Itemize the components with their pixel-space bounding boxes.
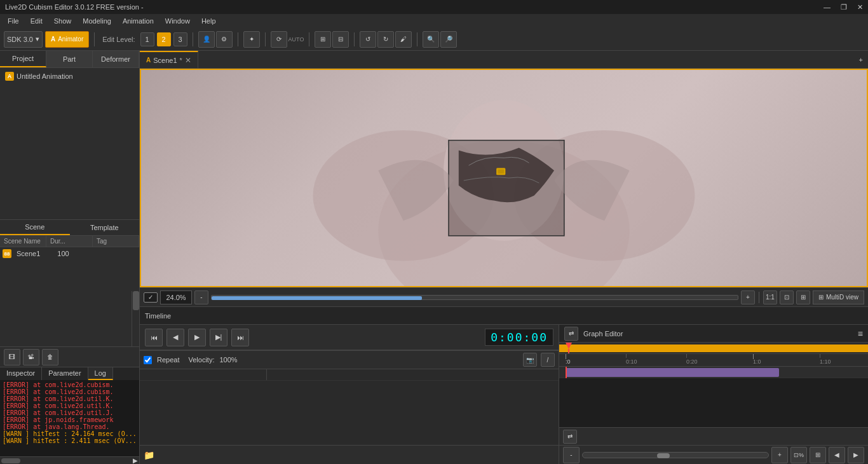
left-panel: Project Part Deformer A Untitled Animati…: [0, 51, 140, 464]
graph-next-button[interactable]: ▶: [848, 447, 864, 463]
log-entry-2: [ERROR] at com.live2d.util.K.: [3, 395, 137, 402]
camera-record-button[interactable]: 📷: [523, 353, 537, 367]
graph-horizontal-scrollbar[interactable]: [582, 452, 769, 458]
menu-modeling[interactable]: Modeling: [78, 16, 116, 26]
animator-button[interactable]: A Animator: [45, 31, 89, 48]
tab-project[interactable]: Project: [0, 51, 46, 67]
graph-prev-button[interactable]: ◀: [829, 447, 845, 463]
film2-icon-btn[interactable]: 📽: [23, 349, 39, 365]
viewport-sep-1: [759, 292, 759, 303]
ruler-tick-0: [566, 354, 566, 359]
prev-frame-button[interactable]: ◀: [166, 329, 184, 346]
timecode-display: 0:00:00: [485, 329, 553, 346]
minimize-button[interactable]: —: [824, 3, 831, 11]
timeline-area: Timeline ⏮ ◀ ▶ ▶| ⏭ 0:00:00: [140, 306, 868, 464]
menu-file[interactable]: File: [3, 16, 24, 26]
scene-vscrollbar[interactable]: [132, 291, 139, 346]
col-duration: Dur...: [46, 236, 93, 247]
ruler-mark-4: 1:10: [820, 358, 831, 365]
graph-area: :0 0:10 0:20 1:0 1:10 1:20 2:0: [559, 343, 868, 427]
edit-level-2-button[interactable]: 2: [157, 32, 171, 46]
viewport-area: [140, 69, 868, 287]
viewport-checkbox[interactable]: ✓: [144, 292, 158, 303]
scene-tag-cell: [96, 252, 137, 255]
viewport-tab-icon: A: [146, 57, 151, 64]
delete-icon-btn[interactable]: 🗑: [42, 349, 58, 365]
scene-template-tabs: Scene Template: [0, 220, 139, 236]
aspect-ratio-button[interactable]: 1:1: [763, 290, 777, 304]
viewport-add-tab-button[interactable]: +: [854, 51, 868, 68]
bottom-panel-tabs: Inspector Parameter Log: [0, 367, 139, 380]
log-hscrollbar[interactable]: ▶: [0, 456, 139, 464]
menu-edit[interactable]: Edit: [25, 16, 48, 26]
toolbar-separator-2: [193, 32, 193, 46]
graph-fit-button[interactable]: ⊡%: [790, 447, 807, 463]
multiview-button[interactable]: ⊞ MultiD view: [813, 290, 864, 304]
tab-scene[interactable]: Scene: [0, 220, 70, 235]
edit-level-label: Edit Level:: [102, 36, 135, 43]
goto-start-button[interactable]: ⏮: [145, 329, 163, 346]
graph-zoom-out-button[interactable]: -: [563, 447, 580, 463]
toolbar-group-6: 🔍 🔎: [423, 31, 457, 48]
next-frame-button[interactable]: ▶|: [210, 329, 227, 346]
grid-icon-btn[interactable]: ⊞: [315, 31, 331, 48]
log-scroll-right-arrow[interactable]: ▶: [133, 457, 138, 464]
tab-log[interactable]: Log: [88, 367, 113, 380]
person-icon-btn[interactable]: 👤: [198, 31, 215, 48]
tab-inspector[interactable]: Inspector: [0, 367, 42, 380]
repeat-label: Repeat: [157, 356, 179, 364]
animator-icon: A: [51, 36, 55, 43]
edit-level-3-button[interactable]: 3: [173, 32, 187, 46]
transform-icon-btn[interactable]: ✦: [243, 31, 260, 48]
menu-animation[interactable]: Animation: [118, 16, 159, 26]
zoom-out-button[interactable]: -: [194, 290, 208, 304]
tab-part[interactable]: Part: [46, 51, 93, 67]
restore-button[interactable]: ❐: [841, 3, 847, 11]
toolbar-separator-1: [94, 32, 95, 46]
grid2-icon-btn[interactable]: ⊟: [332, 31, 349, 48]
goto-end-button[interactable]: ⏭: [231, 329, 249, 346]
folder-button[interactable]: 📁: [144, 450, 154, 460]
tab-close-button[interactable]: ✕: [185, 56, 191, 65]
menu-window[interactable]: Window: [160, 16, 195, 26]
redo-icon-btn[interactable]: ↻: [377, 31, 394, 48]
search-icon-btn[interactable]: 🔍: [423, 31, 439, 48]
tab-template[interactable]: Template: [70, 220, 140, 235]
scene-scroll-thumb: [133, 291, 139, 310]
model-background: [141, 70, 867, 286]
edit-level-1-button[interactable]: 1: [140, 32, 154, 46]
zoom-in-button[interactable]: +: [741, 290, 755, 304]
zoom-input[interactable]: [160, 290, 192, 304]
close-button[interactable]: ✕: [857, 3, 863, 11]
fit-button[interactable]: ⊡: [780, 290, 794, 304]
play-button[interactable]: ▶: [188, 329, 206, 346]
graph-menu-button[interactable]: ≡: [858, 329, 863, 339]
center-right-area: A Scene1 * ✕ +: [140, 51, 868, 464]
zoom-slider[interactable]: [211, 295, 738, 300]
search2-icon-btn[interactable]: 🔎: [440, 31, 457, 48]
repeat-checkbox[interactable]: [144, 356, 152, 364]
graph-arrows2-button[interactable]: ⇄: [563, 430, 577, 444]
graph-arrows-button[interactable]: ⇄: [564, 327, 578, 341]
film-icon-btn[interactable]: 🎞: [4, 349, 20, 365]
tree-item-animation[interactable]: A Untitled Animation: [3, 71, 137, 82]
auto-icon-btn[interactable]: ⟳: [271, 31, 287, 48]
scene-icon: 88: [3, 249, 11, 258]
tab-deformer[interactable]: Deformer: [93, 51, 139, 67]
tab-parameter[interactable]: Parameter: [42, 367, 88, 380]
menu-show[interactable]: Show: [49, 16, 77, 26]
graph-grid-button[interactable]: ⊞: [810, 447, 826, 463]
viewport-tab-scene1[interactable]: A Scene1 * ✕: [140, 51, 198, 68]
graph-editor-panel: ⇄ Graph Editor ≡: [559, 325, 868, 464]
slash-button[interactable]: /: [541, 353, 555, 367]
scene-row-0[interactable]: 88 Scene1 100: [0, 247, 139, 260]
undo-icon-btn[interactable]: ↺: [360, 31, 376, 48]
graph-zoom-in-button[interactable]: +: [771, 447, 788, 463]
grid-button[interactable]: ⊞: [796, 290, 810, 304]
sdk-dropdown[interactable]: SDK 3.0 ▾: [4, 31, 43, 48]
velocity-label: Velocity:: [188, 356, 214, 364]
menu-help[interactable]: Help: [196, 16, 221, 26]
timeline-left-panel: ⏮ ◀ ▶ ▶| ⏭ 0:00:00 Repeat Velocity: 100%…: [140, 325, 559, 464]
settings-icon-btn[interactable]: ⚙: [216, 31, 233, 48]
brush-icon-btn[interactable]: 🖌: [395, 31, 412, 48]
